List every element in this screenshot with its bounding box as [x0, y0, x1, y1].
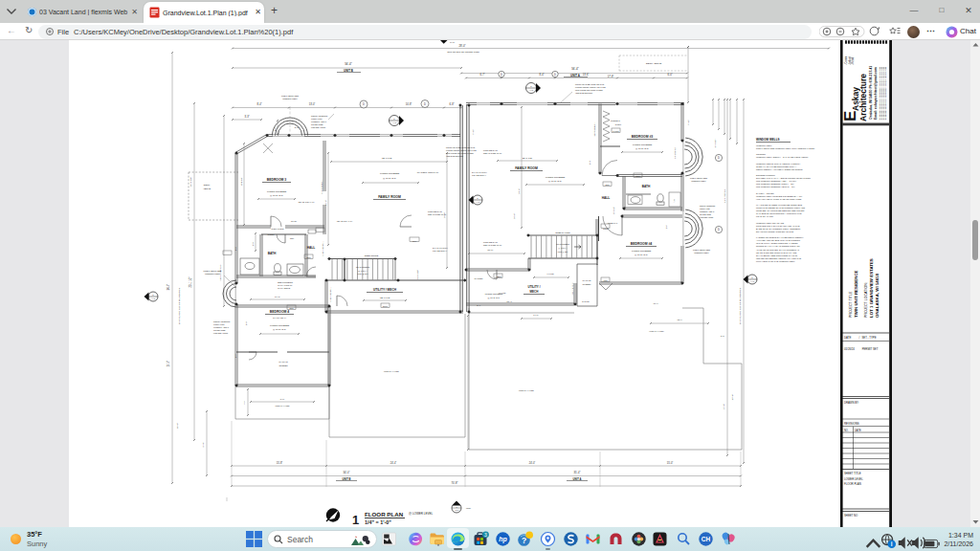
- svg-text:UNIT B: UNIT B: [343, 477, 351, 481]
- svg-text:3'-3": 3'-3": [244, 115, 249, 119]
- svg-text:BLOCKING WALL: BLOCKING WALL: [329, 287, 331, 301]
- svg-text:PERMANENTLY AFFIXED LADDER OR: PERMANENTLY AFFIXED LADDER OR STEPS: [756, 168, 803, 170]
- svg-text:PROVIDE 2 HR: PROVIDE 2 HR: [483, 241, 498, 243]
- svg-text:56'-4": 56'-4": [345, 62, 352, 66]
- svg-text:LOAD OF 40 PSF: LOAD OF 40 PSF: [756, 215, 774, 217]
- svg-text:1368: 1368: [604, 279, 608, 281]
- svg-text:WALL ABOVE: WALL ABOVE: [278, 287, 291, 289]
- svg-text:10'-0": 10'-0": [176, 423, 179, 429]
- svg-text:TO GET SIZE: TO GET SIZE: [311, 123, 323, 125]
- svg-text:10'-9 3/4": 10'-9 3/4": [189, 177, 192, 187]
- svg-text:-16'-6": -16'-6": [487, 249, 494, 251]
- svg-text:74'-8": 74'-8": [450, 41, 455, 43]
- svg-text:2868: 2868: [307, 256, 311, 258]
- svg-text:REVISIONS: REVISIONS: [844, 422, 859, 426]
- svg-text:BEARING WALL: BEARING WALL: [593, 121, 595, 137]
- svg-text:50'-8" OUT TO OUT OF FOUNDATIO: 50'-8" OUT TO OUT OF FOUNDATION: [178, 288, 180, 324]
- svg-text:MECH: MECH: [530, 290, 539, 294]
- svg-text:24'-7": 24'-7": [167, 361, 170, 367]
- svg-text:36'-7": 36'-7": [167, 284, 170, 291]
- svg-text:4'-6 1/2": 4'-6 1/2": [546, 273, 554, 275]
- svg-text:WOOD RAIL: WOOD RAIL: [608, 222, 617, 224]
- svg-text:8'-6": 8'-6": [274, 127, 276, 131]
- svg-text:PRE-FABRICATED: PRE-FABRICATED: [693, 249, 710, 251]
- svg-text:8'-5": 8'-5": [234, 247, 236, 251]
- svg-text:@ 16.2" O.C.: @ 16.2" O.C.: [635, 253, 649, 256]
- svg-text:(SOLID BLOCKING): (SOLID BLOCKING): [575, 92, 593, 94]
- svg-text:BEDROOM 4: BEDROOM 4: [270, 310, 290, 314]
- svg-text:DATE: DATE: [844, 336, 851, 340]
- svg-text:OVER 44" SHALL BE EQUIPPED WIT: OVER 44" SHALL BE EQUIPPED WITH A: [756, 165, 797, 167]
- svg-text:FLOOR TRUSSES: FLOOR TRUSSES: [270, 324, 290, 327]
- svg-text:15'-0": 15'-0": [667, 461, 674, 465]
- svg-text:SHELF: SHELF: [615, 123, 622, 125]
- svg-text:FAMILY ROOM: FAMILY ROOM: [515, 166, 538, 170]
- svg-text:FLOOR TRUSSES: FLOOR TRUSSES: [380, 172, 400, 175]
- svg-text:6'-8": 6'-8": [498, 276, 501, 277]
- svg-text:FLOOR TRUSSES: FLOOR TRUSSES: [633, 143, 653, 146]
- svg-text:FULL HEIGHT OF THE WINDOW WELL: FULL HEIGHT OF THE WINDOW WELL: [756, 260, 795, 262]
- svg-text:SET - TYPE: SET - TYPE: [861, 336, 876, 340]
- svg-text:TO GET SIZE: TO GET SIZE: [213, 329, 226, 331]
- svg-text:5'-4": 5'-4": [202, 442, 205, 447]
- svg-text:D: D: [718, 156, 720, 160]
- svg-text:@ 16.2" O.C.: @ 16.2" O.C.: [270, 194, 284, 197]
- svg-text:WINDOW WELL: WINDOW WELL: [694, 252, 709, 253]
- svg-text:SHALL BE SPACED NOT MORE THAN: SHALL BE SPACED NOT MORE THAN 18: [756, 254, 798, 256]
- svg-text:IN THE FULLY OPEN POSITION. LA: IN THE FULLY OPEN POSITION. LADDER: [756, 242, 798, 244]
- svg-text:70'-8": 70'-8": [452, 481, 458, 485]
- svg-text:WALK IN: WALK IN: [278, 361, 288, 363]
- svg-text:CLOSET: CLOSET: [278, 364, 288, 366]
- svg-text:3'-0 1/2": 3'-0 1/2": [499, 292, 506, 294]
- svg-text:14'-0": 14'-0": [533, 314, 539, 316]
- svg-text:UP 16 RISERS: UP 16 RISERS: [356, 266, 370, 268]
- svg-text:FAMILY ROOM: FAMILY ROOM: [378, 195, 401, 199]
- svg-text:FLOOR TRUSS. NOTCH TO JAMB: FLOOR TRUSS. NOTCH TO JAMB: [446, 149, 477, 151]
- svg-text:7'-10": 7'-10": [687, 120, 689, 125]
- svg-text:OUT TO OUT OF FOUNDATION: OUT TO OUT OF FOUNDATION: [447, 51, 479, 53]
- svg-text:WINDOW WELLS: WINDOW WELLS: [756, 138, 780, 142]
- svg-text:-15'-4": -15'-4": [677, 319, 682, 320]
- svg-text:SAFETY - COVER: SAFETY - COVER: [756, 192, 774, 194]
- svg-text:POINT LOAD BEARING ON CHD: POINT LOAD BEARING ON CHD: [446, 146, 476, 148]
- svg-text:-28'-1 1/2": -28'-1 1/2": [381, 157, 391, 160]
- svg-text:FOR DBL HUNG: FOR DBL HUNG: [700, 216, 714, 218]
- svg-text:WINDOW. ADD 7": WINDOW. ADD 7": [700, 210, 715, 212]
- svg-text:13'-6": 13'-6": [583, 73, 590, 77]
- svg-text:Onalaska, WI 54650 Ph: 608-317: Onalaska, WI 54650 Ph: 608-317-41: [869, 66, 873, 120]
- svg-text:LOCK: LOCK: [466, 507, 472, 509]
- svg-text:-2'-4": -2'-4": [477, 304, 481, 306]
- svg-text:- Resid: - Resid: [851, 56, 855, 65]
- svg-text:8'-0": 8'-0": [280, 398, 285, 400]
- svg-text:7'-10": 7'-10": [472, 129, 474, 135]
- svg-text:FOR DBL HUNG: FOR DBL HUNG: [311, 126, 325, 128]
- svg-text:SEPARATION WALL: SEPARATION WALL: [428, 213, 447, 215]
- svg-text:10" CONC: 10" CONC: [475, 277, 484, 279]
- svg-text:UNIT A: UNIT A: [570, 74, 581, 77]
- svg-text:20'-5": 20'-5": [513, 213, 515, 219]
- svg-text:2-F76LD: 2-F76LD: [612, 130, 619, 132]
- svg-text:6'-0 1/2": 6'-0 1/2": [714, 140, 716, 148]
- svg-text:D: D: [424, 102, 426, 106]
- svg-text:8'-4": 8'-4": [539, 73, 544, 77]
- svg-text:ROUGH OPENING: ROUGH OPENING: [311, 115, 328, 117]
- svg-text:6'-0": 6'-0": [252, 242, 254, 246]
- svg-text:HALL: HALL: [307, 246, 316, 250]
- svg-text:UNEXCAVATED: UNEXCAVATED: [275, 405, 290, 407]
- svg-text:OPEN GRILLE: OPEN GRILLE: [365, 254, 379, 256]
- svg-text:UNEXCAVATED: UNEXCAVATED: [384, 370, 399, 372]
- svg-text:20'-1": 20'-1": [324, 200, 326, 206]
- svg-text:PRE-FABRICATED: PRE-FABRICATED: [690, 177, 707, 179]
- svg-text:WALL ALIGN W/: WALL ALIGN W/: [278, 284, 293, 286]
- svg-text:BEDROOM #3: BEDROOM #3: [632, 135, 654, 139]
- svg-text:1: 1: [352, 513, 359, 527]
- svg-text:2'-1": 2'-1": [665, 225, 667, 229]
- svg-text:UNIT B: UNIT B: [344, 69, 354, 73]
- svg-text:PROJECT LOCATION:: PROJECT LOCATION:: [864, 282, 868, 318]
- svg-text:WINDOW. ADD 7": WINDOW. ADD 7": [311, 121, 327, 122]
- svg-text:@ 16.2" O.C.: @ 16.2" O.C.: [383, 177, 397, 180]
- svg-text:UTILITY /: UTILITY /: [528, 285, 541, 289]
- svg-text:A4.1: A4.1: [750, 280, 755, 282]
- svg-text:FLOOR PLAN: FLOOR PLAN: [365, 511, 404, 518]
- svg-text:(20'-11 7/8" VAL): (20'-11 7/8" VAL): [298, 201, 314, 203]
